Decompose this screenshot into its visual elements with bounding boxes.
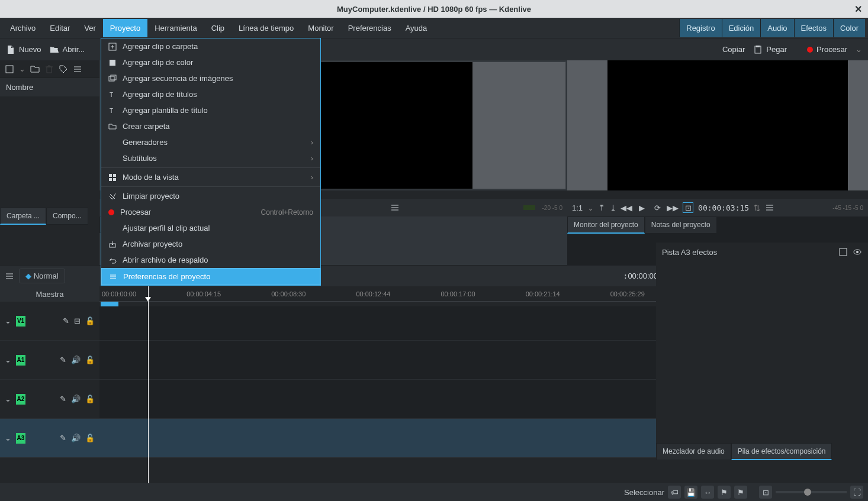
dd-abrir-respaldo[interactable]: Abrir archivo de respaldo (101, 252, 320, 268)
visibility-icon[interactable] (853, 247, 862, 257)
menu-linea-tiempo[interactable]: Línea de tiempo (232, 19, 301, 37)
menu-clip[interactable]: Clip (204, 19, 232, 37)
settings-icon[interactable] (5, 271, 14, 281)
folder-icon[interactable] (30, 64, 40, 74)
track-header-a2[interactable]: ⌄ A2 ✎ 🔊 🔓 (0, 380, 99, 419)
workspace-color[interactable]: Color (833, 19, 865, 37)
track-master[interactable]: Maestra (0, 286, 99, 302)
tool-flag2-icon[interactable]: ⚑ (734, 486, 747, 499)
tool-flag-icon[interactable]: ⚑ (718, 486, 731, 499)
lock-icon[interactable]: 🔓 (85, 316, 95, 325)
add-clip-icon[interactable] (5, 64, 14, 74)
menu-proyecto[interactable]: Proyecto (103, 19, 147, 37)
expand-icon[interactable]: ⌄ (5, 316, 11, 325)
effects-icon[interactable]: ✎ (60, 395, 66, 403)
dd-procesar[interactable]: ProcesarControl+Retorno (101, 204, 320, 220)
play-icon[interactable]: ▶ (636, 202, 647, 213)
fullscreen-icon[interactable]: ⛶ (850, 486, 863, 499)
tab-notas-proyecto[interactable]: Notas del proyecto (645, 216, 717, 234)
menu-monitor[interactable]: Monitor (301, 19, 340, 37)
dd-agregar-plantilla[interactable]: TAgregar plantilla de título (101, 102, 320, 118)
timeline-timecode[interactable]: :00:00:00 (623, 271, 658, 280)
expand-icon[interactable]: ⌄ (5, 395, 11, 403)
menu-icon[interactable] (390, 203, 400, 212)
menu-icon[interactable] (765, 203, 774, 212)
menu-ayuda[interactable]: Ayuda (398, 19, 435, 37)
tag-icon[interactable] (59, 64, 68, 74)
tab-mezclador-audio[interactable]: Mezclador de audio (656, 443, 731, 460)
dd-agregar-secuencia[interactable]: Agregar secuencia de imágenes (101, 70, 320, 86)
effects-icon[interactable]: ✎ (60, 355, 66, 364)
menu-preferencias[interactable]: Preferencias (341, 19, 398, 37)
toolbar-pegar[interactable]: Pegar (753, 45, 787, 54)
expand-icon[interactable]: ⌄ (5, 434, 11, 442)
rewind-icon[interactable]: ◀◀ (621, 202, 632, 213)
tool-save-icon[interactable]: 💾 (684, 486, 697, 499)
dd-limpiar[interactable]: Limpiar proyecto (101, 188, 320, 204)
menu-icon[interactable] (73, 64, 82, 74)
lock-icon[interactable]: 🔓 (85, 434, 95, 442)
effects-icon[interactable]: ✎ (60, 434, 66, 442)
menu-editar[interactable]: Editar (43, 19, 77, 37)
forward-icon[interactable]: ▶▶ (667, 202, 678, 213)
toolbar-procesar[interactable]: Procesar ⌄ (807, 45, 862, 54)
track-header-a1[interactable]: ⌄ A1 ✎ 🔊 🔓 (0, 341, 99, 380)
project-timecode[interactable]: 00:00:03:15 (698, 203, 749, 212)
dd-preferencias-proyecto[interactable]: Preferencias del proyecto (101, 268, 320, 285)
dd-archivar[interactable]: Archivar proyecto (101, 236, 320, 252)
tab-pila-efectos[interactable]: Pila de efectos/composición (731, 443, 832, 460)
thumbnail-icon[interactable]: ⊟ (74, 316, 81, 325)
dd-generadores[interactable]: Generadores› (101, 134, 320, 150)
crop-icon[interactable]: ⊡ (683, 202, 693, 213)
mute-icon[interactable]: 🔊 (71, 355, 81, 364)
project-monitor[interactable] (567, 60, 868, 190)
effects-icon[interactable]: ✎ (63, 316, 69, 325)
save-icon[interactable] (838, 247, 848, 257)
tab-carpeta[interactable]: Carpeta ... (0, 208, 46, 225)
edit-mode-normal[interactable]: ◆ Normal (19, 269, 65, 283)
zoom-slider[interactable] (776, 491, 847, 493)
dd-crear-carpeta[interactable]: Crear carpeta (101, 118, 320, 134)
menu-herramienta[interactable]: Herramienta (147, 19, 204, 37)
trash-icon[interactable] (44, 64, 54, 74)
zone-indicator[interactable] (101, 302, 118, 306)
project-monitor-ruler[interactable] (567, 190, 868, 199)
zoom-fit-icon[interactable]: ⊡ (759, 486, 772, 499)
window-close-icon[interactable]: ✕ (854, 4, 862, 15)
dd-agregar-clip-carpeta[interactable]: Agregar clip o carpeta (101, 38, 320, 54)
lock-icon[interactable]: 🔓 (85, 395, 95, 403)
tool-tag-icon[interactable]: 🏷 (668, 486, 681, 499)
workspace-registro[interactable]: Registro (679, 19, 721, 37)
tab-monitor-proyecto[interactable]: Monitor del proyecto (567, 216, 645, 234)
ratio-label[interactable]: 1:1 (572, 203, 583, 212)
menu-archivo[interactable]: Archivo (3, 19, 43, 37)
track-header-v1[interactable]: ⌄ V1 ✎ ⊟ 🔓 (0, 302, 99, 341)
zone-in-icon[interactable]: ⤒ (599, 203, 605, 212)
mute-icon[interactable]: 🔊 (71, 434, 81, 442)
menu-ver[interactable]: Ver (77, 19, 103, 37)
toolbar-nuevo[interactable]: Nuevo (6, 45, 41, 54)
toolbar-copiar[interactable]: Copiar (497, 45, 745, 54)
dd-agregar-clip-color[interactable]: Agregar clip de color (101, 54, 320, 70)
dd-ajustar-perfil[interactable]: Ajustar perfil al clip actual (101, 220, 320, 236)
loop-icon[interactable]: ⟳ (652, 202, 663, 213)
dd-modo-vista[interactable]: Modo de la vista› (101, 169, 320, 185)
workspace-efectos[interactable]: Efectos (794, 19, 833, 37)
expand-icon[interactable]: ⌄ (5, 355, 11, 364)
chevron-down-icon[interactable]: ⌄ (19, 64, 25, 73)
track-header-a3[interactable]: ⌄ A3 ✎ 🔊 🔓 (0, 419, 99, 458)
workspace-edicion[interactable]: Edición (722, 19, 761, 37)
toolbar-abrir[interactable]: Abrir... (50, 45, 85, 54)
dd-subtitulos[interactable]: Subtítulos› (101, 150, 320, 166)
mute-icon[interactable]: 🔊 (71, 395, 81, 403)
tab-compo[interactable]: Compo... (46, 208, 88, 225)
bin-column-nombre[interactable]: Nombre (0, 78, 99, 96)
lock-icon[interactable]: 🔓 (85, 355, 95, 364)
dd-agregar-titulos[interactable]: TAgregar clip de títulos (101, 86, 320, 102)
tool-move-icon[interactable]: ↔ (701, 486, 714, 499)
timecode-spinner-icon[interactable]: ⇅ (754, 203, 760, 212)
playhead[interactable] (148, 286, 149, 499)
chevron-down-icon[interactable]: ⌄ (587, 203, 594, 212)
workspace-audio[interactable]: Audio (760, 19, 793, 37)
zone-out-icon[interactable]: ⤓ (610, 203, 616, 212)
